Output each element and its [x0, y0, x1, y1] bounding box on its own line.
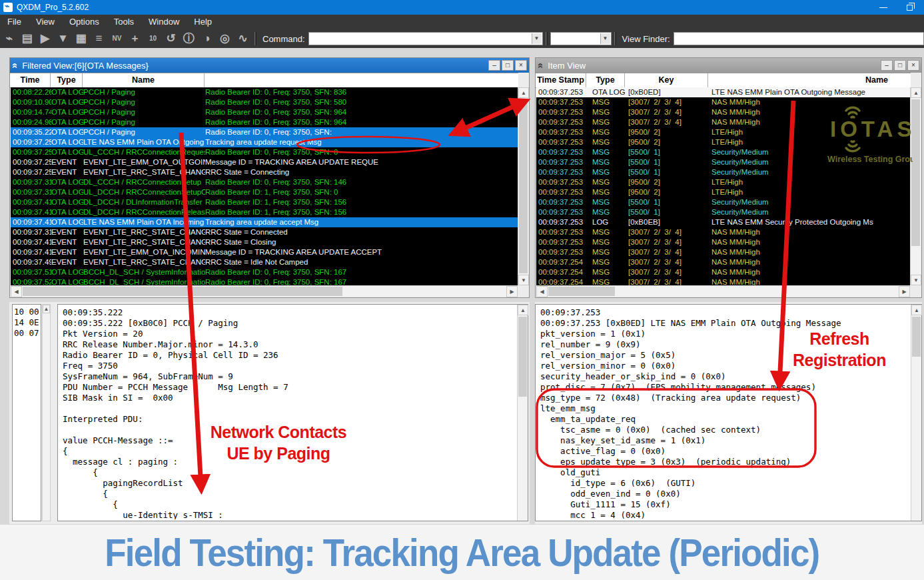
command-combobox[interactable]: ▼ — [308, 32, 543, 45]
log-view-icon[interactable]: ≡ — [90, 30, 108, 47]
restore-button[interactable] — [907, 5, 919, 11]
table-row[interactable]: 00:09:37.523OTA LOGBCCH_DL_SCH / SystemI… — [11, 277, 518, 285]
table-row[interactable]: 00:09:37.254MSG[3007/ 2/ 3/ 4]NAS MM/Hig… — [536, 267, 910, 277]
table-row[interactable]: 00:09:37.253OTA LOG[0xB0ED]LTE NAS EMM P… — [536, 87, 910, 97]
double-chevron-up-icon[interactable]: « — [536, 63, 547, 68]
detail-right-vscrollbar[interactable]: ▲ — [911, 305, 921, 521]
item-count-icon[interactable]: 10 — [144, 30, 162, 47]
scroll-right-icon[interactable]: ▶ — [899, 286, 910, 297]
menu-item-window[interactable]: Window — [141, 15, 187, 29]
panel-maximize-button[interactable]: □ — [894, 60, 906, 71]
detail-left-vscrollbar[interactable]: ▲ — [517, 305, 528, 521]
save-icon[interactable]: ▦ — [72, 30, 90, 47]
about-icon[interactable]: ◑ — [198, 30, 216, 47]
table-row[interactable]: 00:09:37.253MSG[5500/ 1]Security/Medium — [536, 147, 910, 157]
table-row[interactable]: 00:09:37.253MSG[3007/ 2/ 3/ 4]NAS MM/Hig… — [536, 97, 910, 107]
minimize-button[interactable]: — — [877, 3, 889, 12]
table-row[interactable]: 00:09:37.254MSG[3007/ 2/ 3/ 4]NAS MM/Hig… — [536, 277, 910, 285]
column-header-timestamp[interactable]: Time Stamp — [536, 73, 586, 87]
table-row[interactable]: 00:09:37.253MSG[9500/ 2]LTE/High — [536, 137, 910, 147]
table-row[interactable]: 00:09:37.496EVENTEVENT_LTE_RRC_STATE_CHA… — [11, 257, 518, 267]
scroll-left-icon[interactable]: ◀ — [536, 286, 548, 297]
table-row[interactable]: 00:09:37.254OTA LOGUL_CCCH / RRCConnecti… — [11, 147, 518, 157]
scroll-up-icon[interactable]: ▲ — [518, 87, 529, 98]
column-header-name[interactable]: Name — [708, 73, 911, 87]
table-row[interactable]: 00:09:37.253MSG[3007/ 2/ 3/ 4]NAS MM/Hig… — [536, 237, 910, 247]
connect-icon[interactable]: ⌁ — [0, 30, 18, 47]
scrollbar-thumb[interactable] — [518, 317, 527, 397]
table-row[interactable]: 00:09:37.253MSG[5500/ 1]Security/Medium — [536, 167, 910, 177]
play-icon[interactable]: ▶ — [36, 30, 54, 47]
view-finder-input[interactable] — [674, 32, 924, 45]
chevron-down-icon[interactable]: ▼ — [600, 33, 610, 44]
item-view-vscrollbar[interactable]: ▲ ▼ — [910, 87, 921, 285]
scrollbar-thumb[interactable] — [23, 287, 342, 296]
scroll-left-icon[interactable]: ◀ — [11, 286, 22, 297]
message-detail-left[interactable]: 00:09:35.222 00:09:35.222 [0xB0C0] PCCH … — [57, 304, 528, 521]
panel-minimize-button[interactable]: – — [881, 60, 893, 71]
column-header-name[interactable]: Name — [83, 73, 205, 87]
chevron-down-icon[interactable]: ▼ — [532, 33, 542, 44]
scroll-up-icon[interactable]: ▲ — [911, 305, 922, 315]
table-row[interactable]: 00:09:37.411EVENTEVENT_LTE_EMM_OTA_INCOM… — [11, 247, 518, 257]
table-row[interactable]: 00:09:37.310OTA LOGDL_CCCH / RRCConnecti… — [11, 177, 518, 187]
table-row[interactable]: 00:09:37.410OTA LOGDL_DCCH / RRCConnecti… — [11, 207, 518, 217]
table-row[interactable]: 00:09:37.253MSG[5500/ 1]Security/Medium — [536, 157, 910, 167]
table-row[interactable]: 00:09:14.741OTA LOGPCCH / PagingRadio Be… — [11, 107, 518, 117]
menu-item-help[interactable]: Help — [187, 15, 219, 29]
scroll-down-icon[interactable]: ▼ — [911, 275, 921, 285]
item-view-titlebar[interactable]: « Item View – □ × — [536, 58, 921, 73]
scrollbar-thumb[interactable] — [912, 317, 921, 357]
table-row[interactable]: 00:09:37.253OTA LOGLTE NAS EMM Plain OTA… — [11, 137, 518, 147]
menu-item-file[interactable]: File — [0, 15, 29, 29]
column-header-blank[interactable] — [205, 73, 518, 87]
table-row[interactable]: 00:09:10.902OTA LOGPCCH / PagingRadio Be… — [11, 97, 518, 107]
table-row[interactable]: 00:08:22.261OTA LOGPCCH / PagingRadio Be… — [11, 87, 518, 97]
undo-icon[interactable]: ↺ — [162, 30, 180, 47]
power-icon[interactable]: ◎ — [216, 30, 234, 47]
double-chevron-up-icon[interactable]: « — [10, 63, 21, 68]
table-row[interactable]: 00:09:37.312OTA LOGUL_DCCH / RRCConnecti… — [11, 187, 518, 197]
table-row[interactable]: 00:09:37.253LOG[0xB0EB]LTE NAS EMM Secur… — [536, 217, 910, 227]
table-row[interactable]: 00:09:37.254EVENTEVENT_LTE_RRC_STATE_CHA… — [11, 167, 518, 177]
scrollbar-thumb[interactable] — [911, 99, 920, 246]
panel-minimize-button[interactable]: – — [488, 60, 500, 71]
table-row[interactable]: 00:09:37.411OTA LOGLTE NAS EMM Plain OTA… — [11, 217, 518, 227]
filter-icon[interactable]: ▼ — [54, 30, 72, 47]
table-row[interactable]: 00:09:37.253MSG[3007/ 2/ 3/ 4]NAS MM/Hig… — [536, 227, 910, 237]
table-row[interactable]: 00:09:37.253MSG[5500/ 1]Security/Medium — [536, 207, 910, 217]
table-row[interactable]: 00:09:37.253MSG[9500/ 2]LTE/High — [536, 127, 910, 137]
menu-item-tools[interactable]: Tools — [107, 15, 141, 29]
panel-maximize-button[interactable]: □ — [502, 60, 514, 71]
scrollbar-thumb[interactable] — [519, 99, 528, 273]
open-folder-icon[interactable]: ▤ — [18, 30, 36, 47]
new-item-icon[interactable]: + — [126, 30, 144, 47]
menu-item-options[interactable]: Options — [62, 15, 107, 29]
scroll-up-icon[interactable]: ▲ — [518, 305, 528, 315]
column-header-timestamp[interactable]: Time Stamp — [10, 73, 51, 87]
table-row[interactable]: 00:09:37.253MSG[5500/ 1]Security/Medium — [536, 197, 910, 207]
table-row[interactable]: 00:09:37.253MSG[3007/ 2/ 3/ 4]NAS MM/Hig… — [536, 247, 910, 257]
table-row[interactable]: 00:09:37.253EVENTEVENT_LTE_EMM_OTA_OUTGO… — [11, 157, 518, 167]
hex-pane-scrollbar[interactable]: ▲ — [42, 304, 51, 521]
table-row[interactable]: 00:09:37.253MSG[3007/ 2/ 3/ 4]NAS MM/Hig… — [536, 107, 910, 117]
table-row[interactable]: 00:09:37.518OTA LOGBCCH_DL_SCH / SystemI… — [11, 267, 518, 277]
table-row[interactable]: 00:09:37.253MSG[3007/ 2/ 3/ 4]NAS MM/Hig… — [536, 117, 910, 127]
hex-pane[interactable]: 10 00 14 0E 00 07 — [12, 304, 41, 521]
info-icon[interactable]: ⓘ — [180, 30, 198, 47]
scroll-right-icon[interactable]: ▶ — [506, 286, 518, 297]
table-row[interactable]: 00:09:37.254MSG[3007/ 2/ 3/ 4]NAS MM/Hig… — [536, 257, 910, 267]
scroll-down-icon[interactable]: ▼ — [518, 275, 529, 285]
menu-item-view[interactable]: View — [29, 15, 62, 29]
filtered-view-titlebar[interactable]: « Filtered View:[6]{OTA Messages} – □ × — [10, 58, 529, 73]
column-header-type[interactable]: Type — [586, 73, 625, 87]
table-row[interactable]: 00:09:37.253MSG[9500/ 2]LTE/High — [536, 177, 910, 187]
scroll-up-icon[interactable]: ▲ — [911, 87, 921, 98]
item-view-hscrollbar[interactable]: ◀ ▶ — [536, 285, 910, 297]
scrollbar-thumb[interactable] — [548, 287, 615, 296]
panel-close-button[interactable]: × — [907, 60, 919, 71]
scroll-up-icon[interactable]: ▲ — [43, 305, 50, 313]
table-row[interactable]: 00:09:24.982OTA LOGPCCH / PagingRadio Be… — [11, 117, 518, 127]
filtered-view-vscrollbar[interactable]: ▲ ▼ — [518, 87, 528, 285]
nv-browser-icon[interactable]: NV — [108, 30, 126, 47]
